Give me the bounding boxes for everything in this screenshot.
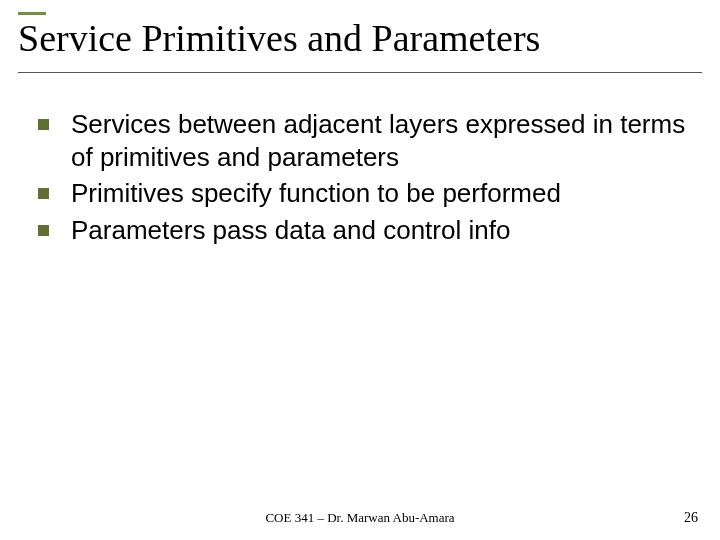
content-area: Services between adjacent layers express…: [38, 108, 690, 250]
square-bullet-icon: [38, 119, 49, 130]
bullet-text: Parameters pass data and control info: [71, 214, 510, 247]
square-bullet-icon: [38, 188, 49, 199]
list-item: Services between adjacent layers express…: [38, 108, 690, 173]
list-item: Parameters pass data and control info: [38, 214, 690, 247]
slide-container: Service Primitives and Parameters Servic…: [0, 0, 720, 540]
page-number: 26: [684, 510, 698, 526]
footer-text: COE 341 – Dr. Marwan Abu-Amara: [0, 510, 720, 526]
bullet-text: Primitives specify function to be perfor…: [71, 177, 561, 210]
accent-line: [18, 12, 46, 15]
bullet-text: Services between adjacent layers express…: [71, 108, 690, 173]
title-area: Service Primitives and Parameters: [18, 12, 702, 73]
square-bullet-icon: [38, 225, 49, 236]
slide-title: Service Primitives and Parameters: [18, 12, 702, 70]
list-item: Primitives specify function to be perfor…: [38, 177, 690, 210]
title-underline: [18, 72, 702, 73]
